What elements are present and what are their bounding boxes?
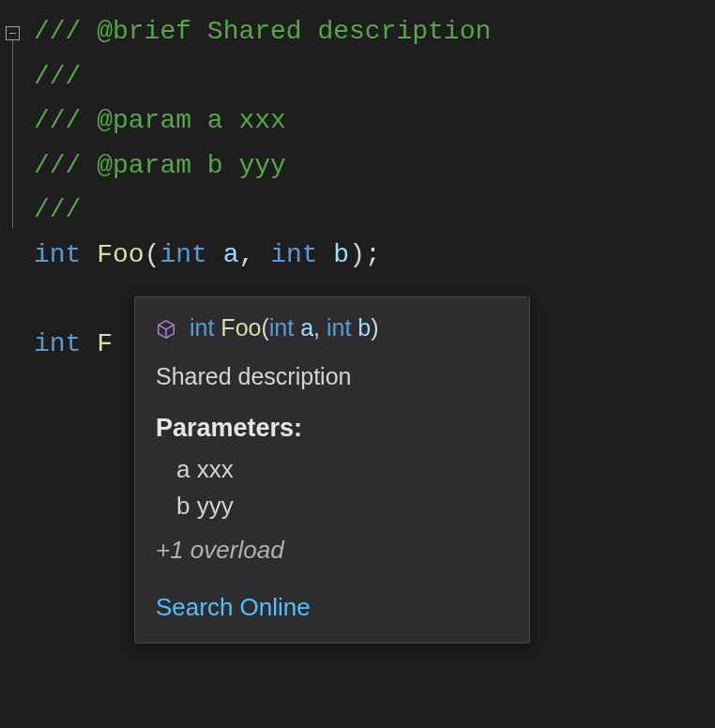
code-editor[interactable]: /// @brief Shared description////// @par… — [0, 0, 715, 367]
tooltip-parameters-list: a xxxb yyy — [156, 451, 509, 524]
code-token: ); — [349, 240, 381, 269]
code-token — [81, 329, 97, 358]
code-token: /// @brief Shared description — [34, 17, 491, 46]
code-line[interactable]: /// @param a xxx — [34, 99, 715, 144]
code-token: int — [34, 329, 81, 358]
code-token: /// @param b yyy — [34, 151, 286, 180]
code-token: int — [160, 240, 206, 269]
code-token: int — [34, 240, 81, 269]
code-token: /// @param a xxx — [34, 106, 286, 135]
code-token: F — [97, 329, 113, 358]
sig-param2-name: b — [358, 314, 371, 341]
fold-guide-line — [12, 40, 13, 228]
tooltip-signature: int Foo(int a, int b) — [190, 311, 379, 346]
intellisense-tooltip: int Foo(int a, int b) Shared description… — [134, 296, 530, 644]
code-token: Foo — [97, 240, 144, 269]
code-token: int — [270, 240, 317, 269]
fold-toggle-icon[interactable] — [6, 26, 20, 40]
code-line[interactable]: /// @brief Shared description — [34, 9, 715, 54]
search-online-link[interactable]: Search Online — [156, 589, 509, 626]
code-token: /// — [34, 195, 81, 224]
tooltip-param-row: a xxx — [176, 451, 509, 488]
sig-param1-type: int — [269, 314, 294, 341]
sig-func-name: Foo — [221, 314, 261, 341]
tooltip-signature-row: int Foo(int a, int b) — [156, 311, 509, 346]
code-line[interactable]: /// — [34, 54, 715, 99]
code-token: a — [223, 240, 239, 269]
code-token: /// — [34, 62, 81, 91]
tooltip-param-row: b yyy — [176, 488, 509, 524]
sig-param2-type: int — [327, 314, 351, 341]
gutter — [0, 9, 26, 228]
cube-icon — [156, 319, 176, 340]
code-token: b — [333, 240, 349, 269]
code-token: , — [239, 240, 271, 269]
code-token — [34, 285, 50, 314]
tooltip-parameters-header: Parameters: — [156, 409, 509, 447]
code-token — [318, 240, 334, 269]
tooltip-description: Shared description — [156, 359, 509, 395]
code-line[interactable]: /// — [34, 188, 715, 233]
code-line[interactable]: /// @param b yyy — [34, 144, 715, 189]
tooltip-overload-count: +1 overload — [156, 532, 509, 569]
sig-param1-name: a — [300, 314, 313, 341]
code-token — [81, 240, 97, 269]
code-token — [207, 240, 223, 269]
code-token: ( — [145, 240, 160, 269]
code-line[interactable]: int Foo(int a, int b); — [34, 233, 715, 278]
sig-return-type: int — [190, 314, 214, 341]
